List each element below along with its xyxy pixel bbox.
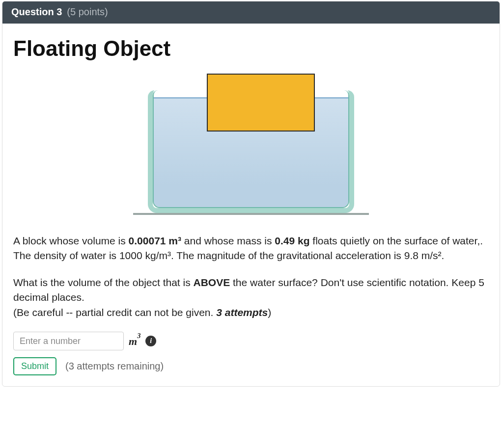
question-header: Question 3 (5 points) xyxy=(2,1,500,24)
answer-unit-label: m3 xyxy=(129,335,140,348)
submit-button[interactable]: Submit xyxy=(13,357,56,375)
text: A block whose volume is xyxy=(13,235,129,246)
above-emphasis: ABOVE xyxy=(194,277,230,288)
table-surface xyxy=(133,213,369,215)
mass-value: 0.49 kg xyxy=(275,235,309,246)
question-body: Floating Object A block whose volume is … xyxy=(2,24,500,386)
figure-container xyxy=(13,66,489,225)
question-points-label: (5 points) xyxy=(67,6,108,18)
page-title: Floating Object xyxy=(13,36,489,61)
answer-row: m3 i xyxy=(13,332,489,350)
question-card: Question 3 (5 points) Floating Object A … xyxy=(2,1,500,387)
attempts-remaining-label: (3 attempts remaining) xyxy=(65,361,164,372)
text: (Be careful -- partial credit can not be… xyxy=(13,307,216,318)
text: What is the volume of the object that is xyxy=(13,277,194,288)
floating-block xyxy=(207,74,315,132)
volume-value: 0.00071 m³ xyxy=(129,235,181,246)
problem-paragraph-2: What is the volume of the object that is… xyxy=(13,275,489,320)
attempts-emphasis: 3 attempts xyxy=(216,307,268,318)
floating-object-figure xyxy=(128,66,374,223)
answer-input[interactable] xyxy=(13,332,124,350)
submit-row: Submit (3 attempts remaining) xyxy=(13,357,489,375)
text: and whose mass is xyxy=(181,235,275,246)
info-icon[interactable]: i xyxy=(145,336,156,346)
text: ) xyxy=(268,307,271,318)
problem-paragraph-1: A block whose volume is 0.00071 m³ and w… xyxy=(13,234,489,264)
question-number-label: Question 3 xyxy=(11,6,62,18)
